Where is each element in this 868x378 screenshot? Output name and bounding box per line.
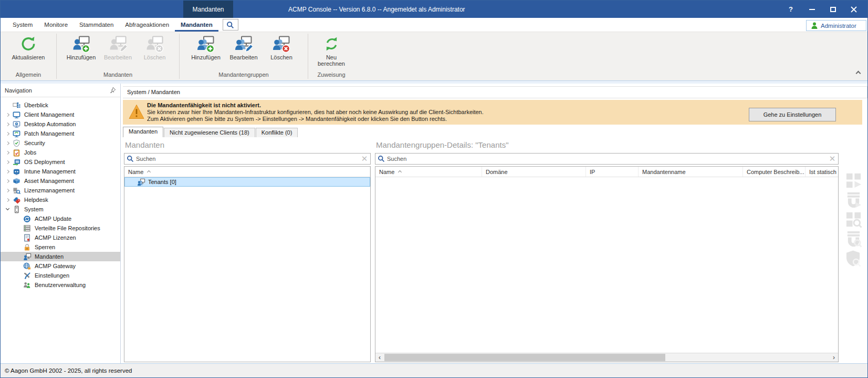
tenants-row[interactable]: Tenants [0] bbox=[124, 177, 370, 187]
mandanten-loeschen-button[interactable]: Löschen bbox=[137, 32, 173, 60]
maximize-icon bbox=[830, 7, 836, 12]
tab-mandanten[interactable]: Mandanten bbox=[123, 127, 163, 137]
column-header-mandantenname[interactable]: Mandantenname bbox=[639, 167, 743, 177]
sidebar-item-benutzerverwaltung[interactable]: Benutzerverwaltung bbox=[1, 280, 120, 290]
tenant-group-edit-icon bbox=[225, 35, 263, 53]
mandanten-search-input[interactable] bbox=[134, 156, 359, 162]
horizontal-scrollbar[interactable]: ‹ › bbox=[375, 353, 838, 362]
pin-icon[interactable] bbox=[109, 87, 116, 94]
maximize-button[interactable] bbox=[822, 1, 843, 18]
column-header-name[interactable]: Name bbox=[375, 167, 482, 177]
navigation-panel: Navigation Überblick Client Management bbox=[1, 84, 121, 363]
column-header-ist-statisch[interactable]: Ist statisch bbox=[806, 167, 838, 177]
gruppen-loeschen-button[interactable]: Löschen bbox=[263, 32, 300, 60]
navigation-title: Navigation bbox=[5, 87, 32, 94]
gehe-zu-einstellungen-button[interactable]: Gehe zu Einstellungen bbox=[749, 108, 836, 121]
scroll-right-icon[interactable]: › bbox=[830, 354, 838, 362]
chevron-down-icon bbox=[5, 207, 9, 210]
sidebar-item-os-deployment[interactable]: OS Deployment bbox=[1, 157, 120, 167]
desktop-automation-icon bbox=[12, 120, 21, 128]
chevron-right-icon bbox=[5, 198, 9, 201]
clear-search-icon[interactable]: ✕ bbox=[359, 154, 370, 164]
sidebar-item-patch-management[interactable]: Patch Management bbox=[1, 129, 120, 138]
sidebar-item-intune-management[interactable]: Intune Management bbox=[1, 167, 120, 176]
overview-icon bbox=[12, 101, 21, 109]
warning-line-1: Die Mandantenfähigkeit ist nicht aktivie… bbox=[147, 102, 484, 109]
menu-item-stammdaten[interactable]: Stammdaten bbox=[74, 18, 119, 32]
sidebar-item-security[interactable]: Security bbox=[1, 138, 120, 148]
details-search-input[interactable] bbox=[385, 156, 827, 162]
license-management-icon bbox=[12, 187, 21, 195]
column-header-name[interactable]: Name bbox=[124, 167, 370, 177]
sidebar-item-einstellungen[interactable]: Einstellungen bbox=[1, 271, 120, 280]
ribbon-group-label: Mandanten bbox=[57, 71, 179, 80]
mandanten-list-body: Tenants [0] bbox=[124, 177, 370, 362]
search-icon bbox=[378, 155, 385, 162]
chevron-right-icon bbox=[5, 169, 9, 173]
scrollbar-thumb[interactable] bbox=[384, 354, 665, 361]
sidebar-item-acmp-update[interactable]: ACMP Update bbox=[1, 214, 120, 223]
sidebar-item-desktop-automation[interactable]: Desktop Automation bbox=[1, 119, 120, 129]
menu-item-abfrageaktionen[interactable]: Abfrageaktionen bbox=[119, 18, 175, 32]
sidebar-item-acmp-gateway[interactable]: ACMP Gateway bbox=[1, 261, 120, 271]
minimize-icon bbox=[809, 9, 815, 10]
column-header-computer-beschreibung[interactable]: Computer Beschreib... bbox=[743, 167, 806, 177]
tab-konflikte[interactable]: Konflikte (0) bbox=[256, 128, 298, 137]
menu-search-button[interactable] bbox=[223, 19, 238, 30]
sidebar-item-asset-management[interactable]: Asset Management bbox=[1, 176, 120, 186]
titlebar-tab-label: Mandanten bbox=[192, 6, 224, 13]
tenant-row-label: Tenants [0] bbox=[148, 179, 176, 185]
aktualisieren-button[interactable]: Aktualisieren bbox=[4, 32, 53, 60]
warning-icon bbox=[128, 104, 145, 122]
sidebar-item-ueberblick[interactable]: Überblick bbox=[1, 100, 120, 110]
sidebar-item-system[interactable]: System bbox=[1, 205, 120, 214]
ribbon: Aktualisieren Allgemein bbox=[1, 32, 867, 80]
sidebar-item-verteilte-file-repositories[interactable]: Verteilte File Repositories bbox=[1, 223, 120, 233]
close-button[interactable] bbox=[843, 1, 864, 18]
gateway-icon bbox=[23, 262, 32, 270]
lock-icon bbox=[23, 243, 32, 251]
scroll-left-icon[interactable]: ‹ bbox=[375, 354, 384, 362]
sidebar-item-mandanten[interactable]: Mandanten bbox=[1, 252, 120, 261]
watermark-list-play-icon bbox=[845, 191, 862, 209]
details-search: ✕ bbox=[375, 153, 839, 165]
tab-nicht-zugewiesene-clients[interactable]: Nicht zugewiesene Clients (18) bbox=[164, 128, 255, 137]
sidebar-item-lizenzmanagement[interactable]: Lizenzmanagement bbox=[1, 186, 120, 195]
tenant-group-icon bbox=[137, 178, 145, 186]
sidebar-item-sperren[interactable]: Sperren bbox=[1, 242, 120, 252]
sidebar-item-helpdesk[interactable]: Helpdesk bbox=[1, 195, 120, 205]
chevron-right-icon bbox=[5, 179, 9, 182]
client-management-icon bbox=[12, 111, 21, 119]
warning-text: Die Mandantenfähigkeit ist nicht aktivie… bbox=[147, 102, 484, 122]
tenant-edit-icon bbox=[100, 35, 137, 53]
mandanten-bearbeiten-button[interactable]: Bearbeiten bbox=[100, 32, 137, 60]
watermark-shield-search-icon bbox=[845, 250, 862, 267]
mandanten-list: Name Tenants [0] bbox=[124, 166, 371, 362]
status-bar: © Aagon GmbH 2002 - 2025, all rights res… bbox=[1, 363, 867, 377]
ribbon-collapse-button[interactable] bbox=[856, 68, 860, 77]
clear-search-icon[interactable]: ✕ bbox=[827, 154, 838, 164]
sidebar-item-jobs[interactable]: Jobs bbox=[1, 148, 120, 157]
menu-item-monitore[interactable]: Monitore bbox=[38, 18, 74, 32]
gruppen-hinzufuegen-button[interactable]: Hinzufügen bbox=[187, 32, 225, 60]
minimize-button[interactable] bbox=[801, 1, 822, 18]
titlebar-active-tab[interactable]: Mandanten bbox=[183, 1, 233, 18]
scrollbar-track[interactable] bbox=[384, 353, 830, 362]
menu-item-system[interactable]: System bbox=[7, 18, 38, 32]
sidebar-item-client-management[interactable]: Client Management bbox=[1, 110, 120, 119]
sidebar-item-acmp-lizenzen[interactable]: ACMP Lizenzen bbox=[1, 233, 120, 242]
column-header-domaene[interactable]: Domäne bbox=[482, 167, 586, 177]
help-button[interactable]: ? bbox=[780, 1, 801, 18]
menu-item-mandanten[interactable]: Mandanten bbox=[175, 18, 218, 32]
administrator-button[interactable]: Administrator bbox=[806, 20, 866, 31]
neu-berechnen-button[interactable]: Neu berechnen bbox=[312, 32, 351, 67]
window-title: ACMP Console -- Version 6.8.0 -- Angemel… bbox=[288, 1, 465, 18]
column-header-ip[interactable]: IP bbox=[586, 167, 639, 177]
users-icon bbox=[23, 281, 32, 289]
mandanten-hinzufuegen-button[interactable]: Hinzufügen bbox=[63, 32, 100, 60]
gruppen-bearbeiten-button[interactable]: Bearbeiten bbox=[225, 32, 263, 60]
acmp-console-window: Mandanten ACMP Console -- Version 6.8.0 … bbox=[0, 0, 868, 378]
chevron-right-icon bbox=[5, 160, 9, 164]
recalculate-icon bbox=[312, 35, 351, 53]
acmp-update-icon bbox=[23, 215, 32, 223]
